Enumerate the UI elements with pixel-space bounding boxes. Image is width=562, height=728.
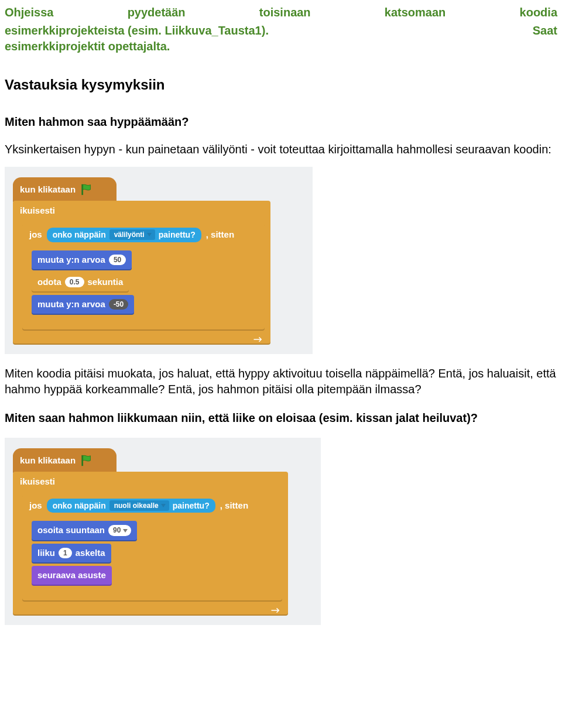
key-pressed-sensing: onko näppäin nuoli oikealle painettu? [47, 499, 215, 513]
paragraph-1: Yksinkertaisen hypyn - kun painetaan väl… [5, 142, 557, 157]
section-heading: Vastauksia kysymyksiin [5, 75, 557, 94]
loop-arrow-icon [253, 334, 263, 341]
move-steps-block: liiku 1 askelta [32, 544, 111, 562]
forever-block: ikuisesti jos onko näppäin välilyönti pa… [13, 201, 270, 344]
dropdown-icon [123, 529, 128, 533]
wait-block: odota 0.5 sekuntia [32, 273, 129, 291]
paragraph-after-1: Miten koodia pitäisi muokata, jos haluat… [5, 366, 557, 397]
hat-block: kun klikataan [13, 177, 116, 202]
key-dropdown: välilyönti [109, 229, 155, 240]
question-1: Miten hahmon saa hyppäämään? [5, 114, 557, 130]
green-flag-icon [80, 183, 93, 196]
change-y-block: muuta y:n arvoa 50 [32, 250, 132, 269]
num-input: -50 [109, 299, 128, 310]
direction-dropdown: 90 [108, 525, 131, 535]
scratch-code-2: kun klikataan ikuisesti jos onko näppäin… [5, 438, 321, 625]
scratch-code-1: kun klikataan ikuisesti jos onko näppäin… [5, 167, 313, 354]
green-flag-icon [80, 454, 93, 467]
num-input: 50 [109, 255, 126, 265]
key-pressed-sensing: onko näppäin välilyönti painettu? [47, 228, 201, 242]
num-input: 0.5 [65, 277, 84, 287]
if-block: jos onko näppäin nuoli oikealle painettu… [22, 495, 282, 601]
point-direction-block: osoita suuntaan 90 [32, 521, 137, 540]
dropdown-icon [161, 504, 166, 507]
next-costume-block: seuraava asuste [32, 566, 112, 585]
if-block: jos onko näppäin välilyönti painettu? , … [22, 224, 265, 330]
change-y-block-neg: muuta y:n arvoa -50 [32, 295, 134, 314]
intro-line3: esimerkkiprojektit opettajalta. [5, 39, 557, 54]
key-dropdown: nuoli oikealle [109, 500, 169, 511]
hat-block: kun klikataan [13, 448, 116, 473]
loop-arrow-icon [270, 605, 281, 612]
question-2: Miten saan hahmon liikkumaan niin, että … [5, 410, 557, 426]
dropdown-icon [147, 233, 152, 236]
num-input: 1 [59, 548, 72, 558]
forever-block: ikuisesti jos onko näppäin nuoli oikeall… [13, 472, 288, 614]
intro-line2: esimerkkiprojekteista (esim. Liikkuva_Ta… [5, 23, 557, 39]
intro-line1: Ohjeissa pyydetään toisinaan katsomaan k… [5, 5, 557, 20]
